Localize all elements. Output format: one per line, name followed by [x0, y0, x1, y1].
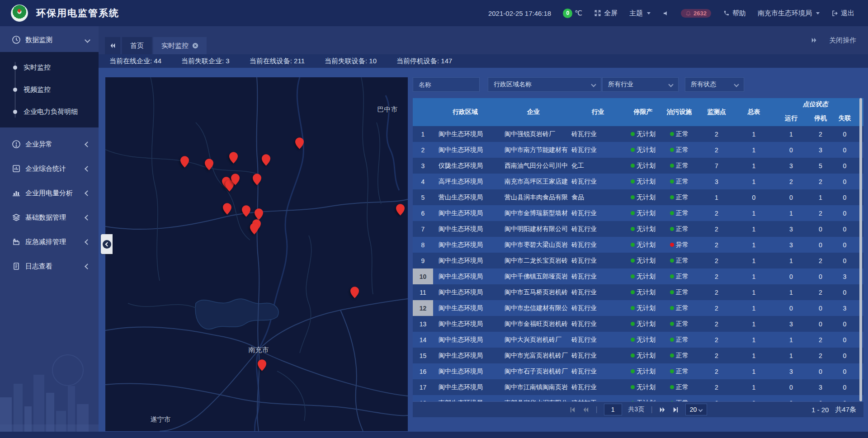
- table-scrollbar[interactable]: [859, 98, 862, 401]
- mute-button[interactable]: [662, 10, 669, 17]
- row-lost-count: 0: [832, 348, 858, 363]
- table-row[interactable]: 18 南部生态环境局 南部县砌华水泥有限公 建材加工 无计划 正常 6 0 0 …: [413, 395, 863, 401]
- row-region: 阆中生态环境局: [433, 284, 497, 300]
- first-page-button[interactable]: [569, 406, 576, 413]
- row-industry: 砖瓦行业: [570, 253, 626, 268]
- col-point-status-group: 点位状态: [773, 98, 858, 111]
- table-row[interactable]: 11 阆中生态环境局 阆中市五马桥页岩机砖 砖瓦行业 无计划 正常 2 1 1 …: [413, 284, 863, 300]
- last-page-button[interactable]: [672, 406, 679, 413]
- sidebar-group-logs[interactable]: 日志查看: [0, 259, 99, 274]
- sidebar-item-power-load-detail[interactable]: 企业电力负荷明细: [0, 101, 99, 123]
- table-row[interactable]: 12 阆中生态环境局 阆中市忠信建材有限公 砖瓦行业 无计划 正常 2 1 0 …: [413, 300, 863, 316]
- row-facility-status: 正常: [660, 363, 698, 379]
- map-pin-icon[interactable]: [396, 204, 405, 216]
- row-monitor-count: 3: [698, 174, 735, 189]
- page-size-select[interactable]: 20: [685, 404, 707, 415]
- theme-dropdown[interactable]: 主题: [629, 9, 651, 18]
- row-monitor-count: 2: [698, 379, 735, 395]
- table-row[interactable]: 1 阆中生态环境局 阆中强锐页岩砖厂 砖瓦行业 无计划 正常 2 1 1 2 0: [413, 126, 863, 142]
- row-limit-status: 无计划: [626, 379, 660, 395]
- table-row[interactable]: 9 阆中生态环境局 阆中市二龙长宝页岩砖 砖瓦行业 无计划 正常 2 1 1 2…: [413, 253, 863, 268]
- tab-realtime-monitor[interactable]: 实时监控: [153, 37, 207, 54]
- region-select[interactable]: 行政区域名称: [488, 77, 601, 92]
- sidebar-group-data-monitor[interactable]: 数据监测: [0, 32, 99, 47]
- row-facility-status: 正常: [660, 379, 698, 395]
- status-dot-icon: [670, 353, 674, 358]
- row-limit-status: 无计划: [626, 332, 660, 348]
- row-stop-count: 2: [809, 253, 832, 268]
- map-pin-icon[interactable]: [231, 174, 240, 185]
- status-dot-icon: [631, 353, 635, 358]
- map-pin-icon[interactable]: [253, 174, 261, 185]
- row-total-count: 0: [735, 189, 773, 205]
- fullscreen-button[interactable]: 全屏: [594, 9, 618, 18]
- row-run-count: 1: [773, 348, 809, 363]
- status-select[interactable]: 所有状态: [685, 77, 744, 92]
- map-pin-icon[interactable]: [250, 223, 259, 235]
- sidebar-item-realtime-monitor[interactable]: 实时监控: [0, 57, 99, 79]
- map-pin-icon[interactable]: [229, 152, 238, 164]
- phone-icon: [723, 10, 730, 17]
- table-row[interactable]: 2 阆中生态环境局 阆中市南方节能建材有 砖瓦行业 无计划 正常 2 1 0 3…: [413, 142, 863, 158]
- sidebar-item-video-monitor[interactable]: 视频监控: [0, 79, 99, 101]
- map-pin-icon[interactable]: [242, 205, 250, 217]
- sidebar-group-power-analysis[interactable]: 企业用电量分析: [0, 185, 99, 201]
- table-row[interactable]: 3 仪陇生态环境局 西南油气田分公司川中 化工 无计划 正常 7 1 3 5 0: [413, 158, 863, 174]
- close-tab-icon[interactable]: [192, 42, 198, 49]
- tab-home[interactable]: 首页: [122, 37, 152, 54]
- sidebar-group-enterprise-stats[interactable]: 企业综合统计: [0, 161, 99, 176]
- map-collapse-toggle[interactable]: [101, 234, 113, 254]
- sidebar-group-emission-reduce[interactable]: 应急减排管理: [0, 234, 99, 250]
- row-facility-status: 正常: [660, 221, 698, 237]
- help-button[interactable]: 帮助: [723, 9, 746, 18]
- industry-select[interactable]: 所有行业: [602, 77, 679, 92]
- map-pin-icon[interactable]: [350, 287, 359, 298]
- table-row[interactable]: 7 阆中生态环境局 阆中明阳建材有限公司 砖瓦行业 无计划 正常 2 1 3 0…: [413, 221, 863, 237]
- row-stop-count: 0: [809, 268, 832, 284]
- sidebar-group-base-data[interactable]: 基础数据管理: [0, 210, 99, 225]
- row-company: 西南油气田分公司川中: [497, 158, 570, 174]
- row-industry: 砖瓦行业: [570, 221, 626, 237]
- next-page-button[interactable]: [659, 406, 666, 413]
- row-region: 阆中生态环境局: [433, 221, 497, 237]
- row-total-count: 1: [735, 142, 773, 158]
- row-region: 阆中生态环境局: [433, 316, 497, 332]
- table-row[interactable]: 10 阆中生态环境局 阆中千佛镇五郎垭页岩 砖瓦行业 无计划 正常 2 1 0 …: [413, 268, 863, 284]
- table-row[interactable]: 13 阆中生态环境局 阆中市金福旺页岩机砖 砖瓦行业 无计划 正常 2 1 3 …: [413, 316, 863, 332]
- map-pin-icon[interactable]: [255, 208, 263, 220]
- row-industry: 食品: [570, 189, 626, 205]
- table-row[interactable]: 8 阆中生态环境局 阆中市枣碧大梁山页岩 砖瓦行业 无计划 异常 2 1 3 0…: [413, 237, 863, 253]
- tabs-scroll-left-button[interactable]: [105, 37, 120, 54]
- map-pin-icon[interactable]: [180, 156, 189, 168]
- map-panel[interactable]: 巴中市南充市遂宁市: [105, 77, 408, 431]
- sidebar-group-enterprise-abnormal[interactable]: 企业异常: [0, 137, 99, 152]
- logout-button[interactable]: 退出: [831, 9, 854, 18]
- temperature-unit: ℃: [575, 9, 582, 17]
- table-row[interactable]: 5 营山生态环境局 营山县润丰肉食品有限 食品 无计划 正常 1 0 0 1 0: [413, 189, 863, 205]
- map-pin-icon[interactable]: [295, 137, 304, 149]
- table-row[interactable]: 14 阆中生态环境局 阆中大兴页岩机砖厂 砖瓦行业 无计划 正常 2 1 1 2…: [413, 332, 863, 348]
- row-lost-count: 0: [832, 126, 858, 142]
- prev-page-button[interactable]: [582, 406, 589, 413]
- row-run-count: 3: [773, 237, 809, 253]
- map-pin-icon[interactable]: [223, 203, 231, 215]
- message-count-badge[interactable]: 2632: [681, 9, 711, 18]
- map-pin-icon[interactable]: [205, 159, 213, 170]
- row-stop-count: 3: [809, 142, 832, 158]
- current-page-input[interactable]: 1: [604, 404, 622, 415]
- row-monitor-count: 2: [698, 268, 735, 284]
- map-pin-icon[interactable]: [258, 359, 266, 371]
- table-row[interactable]: 16 阆中生态环境局 阆中市石子页岩机砖厂 砖瓦行业 无计划 正常 2 1 3 …: [413, 363, 863, 379]
- table-row[interactable]: 4 高坪生态环境局 南充市高坪区王家店建 砖瓦行业 无计划 正常 3 1 2 2…: [413, 174, 863, 189]
- row-industry: 砖瓦行业: [570, 332, 626, 348]
- close-operations-button[interactable]: 关闭操作: [829, 36, 856, 45]
- double-chevron-right-icon[interactable]: [811, 37, 817, 43]
- table-row[interactable]: 17 阆中生态环境局 阆中市江南镇阆南页岩 砖瓦行业 无计划 正常 2 1 0 …: [413, 379, 863, 395]
- org-dropdown[interactable]: 南充市生态环境局: [758, 9, 820, 18]
- map-pin-icon[interactable]: [262, 154, 270, 166]
- table-row[interactable]: 15 阆中生态环境局 阆中市光富页岩机砖厂 砖瓦行业 无计划 正常 2 1 1 …: [413, 348, 863, 363]
- status-dot-icon: [670, 132, 674, 136]
- map-city-label: 巴中市: [377, 105, 398, 114]
- name-search-input[interactable]: [413, 77, 480, 92]
- table-row[interactable]: 6 阆中生态环境局 阆中市金博瑞新型墙材 砖瓦行业 无计划 正常 2 1 1 2…: [413, 205, 863, 221]
